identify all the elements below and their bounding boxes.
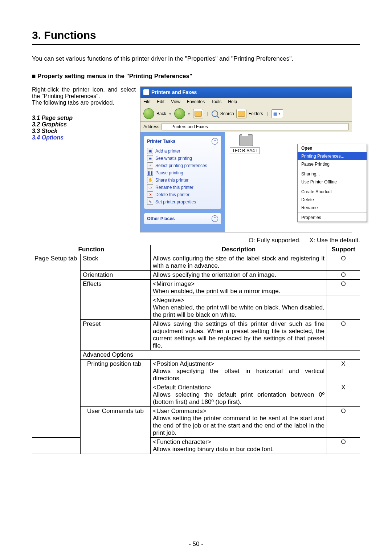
ctx-separator — [298, 212, 367, 213]
th-description: Description — [151, 245, 327, 254]
support-legend: O: Fully supported. X: Use the default. — [32, 237, 360, 244]
d-user-commands: <User Commands>Allows setting the printe… — [151, 407, 327, 438]
d-default-orientation: <Default Orientation>Allows selecting th… — [151, 383, 327, 407]
d-function-character: <Function character>Allows inserting bin… — [151, 438, 327, 454]
context-menu: Open Printing Preferences... Pause Print… — [297, 144, 367, 222]
other-places-title: Other Places — [147, 216, 175, 221]
printer-item-icon[interactable] — [239, 134, 253, 146]
ctx-create-shortcut[interactable]: Create Shortcut — [298, 188, 367, 196]
folders-label: Folders — [249, 111, 263, 116]
tab-link-page-setup: 3.1 Page setup — [32, 115, 136, 121]
d-position-adjustment: <Position Adjustment>Allows specifying t… — [151, 360, 327, 383]
task-delete-this-printer[interactable]: ✕Delete this printer — [147, 191, 218, 198]
ctx-rename[interactable]: Rename — [298, 204, 367, 212]
ctx-pause-printing[interactable]: Pause Printing — [298, 160, 367, 168]
address-label: Address — [143, 124, 159, 129]
instruction-p1: Right-click the printer icon, and select… — [32, 86, 136, 100]
add-printer-icon: ▣ — [147, 148, 153, 154]
task-label: Select printing preferences — [155, 163, 207, 168]
legend-o: O: Fully supported. — [249, 237, 301, 244]
intro-text: You can set various functions of this pr… — [32, 55, 360, 62]
d-effects-mirror: <Mirror image>When enabled, the print wi… — [151, 280, 327, 296]
s-user-commands: O — [327, 407, 360, 438]
up-folder-button[interactable] — [193, 109, 203, 118]
other-places-header[interactable]: Other Places ˆ — [144, 213, 221, 224]
printer-tasks-panel: Printer Tasks ˆ ▣Add a printer ≣See what… — [144, 136, 221, 209]
s-stock: O — [327, 254, 360, 271]
views-button[interactable]: ▦▼ — [271, 109, 283, 118]
forward-button[interactable]: → — [174, 108, 185, 119]
collapse-chevron-icon[interactable]: ˆ — [212, 215, 218, 222]
menu-help[interactable]: Help — [228, 99, 237, 104]
cat-advanced-options: Advanced Options — [81, 351, 360, 360]
prefs-icon: ✓ — [147, 162, 153, 169]
f-preset: Preset — [81, 320, 151, 351]
properties-icon: ✎ — [147, 199, 153, 205]
ctx-separator — [298, 187, 367, 187]
address-bar: Address Printers and Faxes — [140, 122, 352, 132]
ctx-properties[interactable]: Properties — [298, 214, 367, 222]
f-effects: Effects — [81, 280, 151, 320]
task-select-printing-preferences[interactable]: ✓Select printing preferences — [147, 162, 218, 169]
section-title: 3. Functions — [32, 29, 360, 41]
task-label: Rename this printer — [155, 185, 193, 190]
address-field[interactable]: Printers and Faxes — [162, 123, 349, 130]
back-chevron-icon[interactable]: ▼ — [168, 112, 172, 116]
s-orientation: O — [327, 271, 360, 280]
folder-content-area: TEC B-SA4T Open Printing Preferences... … — [225, 132, 352, 232]
tab-link-graphics: 3.2 Graphics — [32, 121, 136, 128]
window-titlebar: Printers and Faxes — [140, 87, 352, 98]
menu-file[interactable]: File — [143, 99, 150, 104]
printer-tasks-title: Printer Tasks — [147, 139, 175, 144]
task-label: See what's printing — [155, 156, 192, 161]
f-user-commands-tab: User Commands tab — [81, 407, 151, 454]
menu-edit[interactable]: Edit — [157, 99, 164, 104]
collapse-chevron-icon[interactable]: ˆ — [212, 138, 218, 145]
page-number: - 50 - — [0, 540, 392, 548]
task-pause-printing[interactable]: ❚❚Pause printing — [147, 170, 218, 176]
other-places-panel: Other Places ˆ — [144, 213, 221, 224]
forward-chevron-icon[interactable]: ▼ — [187, 112, 191, 116]
menu-view[interactable]: View — [171, 99, 180, 104]
instruction-p2: The following tabs are provided. — [32, 100, 136, 106]
menu-tools[interactable]: Tools — [211, 99, 221, 104]
task-share-this-printer[interactable]: ✋Share this printer — [147, 177, 218, 183]
subheading: Property setting menus in the "Printing … — [32, 73, 360, 80]
task-label: Pause printing — [155, 170, 183, 175]
ctx-open[interactable]: Open — [298, 144, 367, 152]
search-button[interactable]: Search — [220, 111, 234, 116]
rename-icon: ▭ — [147, 184, 153, 190]
ctx-sharing[interactable]: Sharing... — [298, 170, 367, 178]
ctx-printing-preferences[interactable]: Printing Preferences... — [298, 152, 367, 160]
blank-cell — [32, 438, 81, 454]
window-title: Printers and Faxes — [151, 89, 197, 95]
d-preset: Allows saving the settings of this print… — [151, 320, 327, 351]
menu-favorites[interactable]: Favorites — [187, 99, 205, 104]
th-function: Function — [32, 245, 151, 254]
queue-icon: ≣ — [147, 155, 153, 161]
task-label: Set printer properties — [155, 199, 196, 204]
th-support: Support — [327, 245, 360, 254]
ctx-use-printer-offline[interactable]: Use Printer Offline — [298, 178, 367, 186]
task-see-whats-printing[interactable]: ≣See what's printing — [147, 155, 218, 161]
task-label: Delete this printer — [155, 192, 189, 197]
pause-icon: ❚❚ — [147, 170, 153, 176]
folders-sidebar-button[interactable] — [236, 109, 246, 118]
d-orientation: Allows specifying the orientation of an … — [151, 271, 327, 280]
f-orientation: Orientation — [81, 271, 151, 280]
title-rule — [32, 43, 360, 45]
folder-icon — [238, 111, 245, 117]
tab-link-options: 3.4 Options — [32, 134, 136, 141]
cat-page-setup: Page Setup tab — [32, 254, 81, 438]
printer-tasks-header[interactable]: Printer Tasks ˆ — [144, 136, 221, 147]
delete-icon: ✕ — [147, 191, 153, 198]
ctx-delete[interactable]: Delete — [298, 196, 367, 204]
task-set-printer-properties[interactable]: ✎Set printer properties — [147, 199, 218, 205]
back-button[interactable]: ← — [143, 108, 154, 119]
printer-item-label[interactable]: TEC B-SA4T — [230, 147, 260, 154]
task-add-a-printer[interactable]: ▣Add a printer — [147, 148, 218, 154]
task-label: Share this printer — [155, 178, 188, 183]
menubar: File Edit View Favorites Tools Help — [140, 98, 352, 106]
views-icon: ▦ — [273, 112, 277, 116]
task-rename-this-printer[interactable]: ▭Rename this printer — [147, 184, 218, 190]
